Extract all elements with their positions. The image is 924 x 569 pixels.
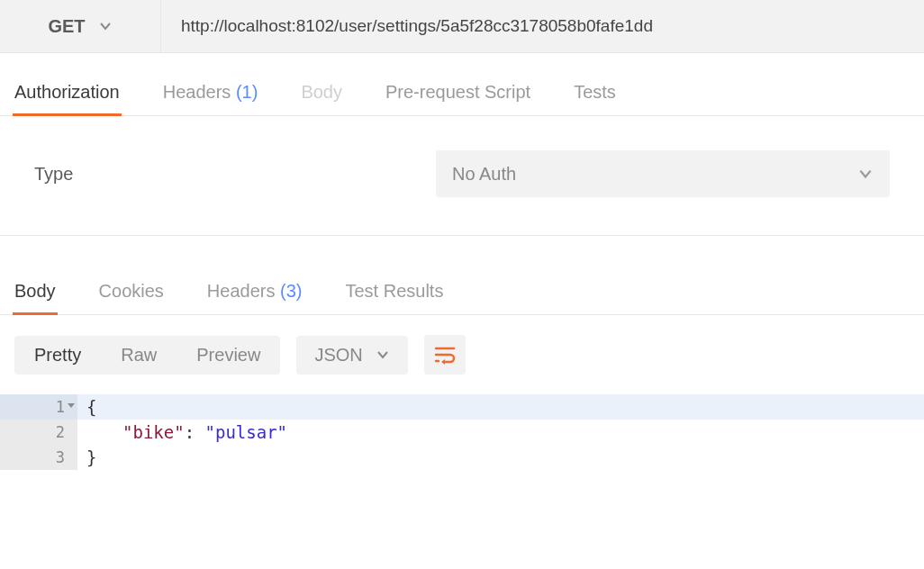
tab-tests-label: Tests [574, 82, 616, 102]
chevron-down-icon [98, 19, 113, 33]
response-language-select[interactable]: JSON [296, 336, 407, 375]
tab-authorization[interactable]: Authorization [14, 82, 120, 115]
editor-line: 3 } [0, 445, 924, 470]
tab-request-headers[interactable]: Headers (1) [163, 82, 258, 115]
tab-authorization-label: Authorization [14, 82, 120, 102]
response-language-label: JSON [314, 345, 362, 366]
tab-request-body[interactable]: Body [301, 82, 342, 115]
tab-response-headers[interactable]: Headers (3) [207, 281, 303, 314]
tab-cookies-label: Cookies [99, 281, 164, 301]
view-mode-pretty[interactable]: Pretty [14, 336, 101, 375]
view-mode-preview[interactable]: Preview [177, 336, 280, 375]
response-headers-count: (3) [280, 281, 302, 301]
editor-line: 1 { [0, 394, 924, 420]
json-string: "pulsar" [205, 422, 288, 442]
wrap-lines-icon [434, 345, 456, 365]
view-mode-raw[interactable]: Raw [101, 336, 177, 375]
http-method-select[interactable]: GET [0, 0, 161, 52]
auth-type-selected: No Auth [452, 164, 516, 185]
http-method-label: GET [48, 16, 85, 37]
tab-prerequest-script[interactable]: Pre-request Script [385, 82, 530, 115]
editor-line: 2 "bike": "pulsar" [0, 420, 924, 445]
tab-response-headers-label: Headers [207, 281, 276, 301]
json-key: "bike" [122, 422, 185, 442]
tab-test-results[interactable]: Test Results [345, 281, 443, 314]
request-url-input[interactable] [161, 0, 924, 52]
chevron-down-icon [857, 166, 874, 182]
tab-cookies[interactable]: Cookies [99, 281, 164, 314]
auth-type-select[interactable]: No Auth [436, 150, 890, 197]
fold-icon[interactable] [67, 402, 76, 411]
tab-response-body-label: Body [14, 281, 56, 301]
json-brace: } [86, 447, 96, 467]
response-editor[interactable]: 1 { 2 "bike": "pulsar" 3 } [0, 394, 924, 481]
line-number: 3 [0, 445, 77, 470]
toggle-wrap-button[interactable] [424, 335, 466, 375]
line-number: 1 [0, 394, 77, 420]
line-number: 2 [0, 420, 77, 445]
tab-prerequest-label: Pre-request Script [385, 82, 530, 102]
chevron-down-icon [376, 348, 390, 362]
json-sep: : [185, 422, 205, 442]
tab-test-results-label: Test Results [345, 281, 443, 301]
tab-request-body-label: Body [301, 82, 342, 102]
auth-type-label: Type [34, 164, 436, 185]
request-headers-count: (1) [236, 82, 258, 102]
json-brace: { [86, 397, 96, 417]
view-mode-segmented: Pretty Raw Preview [14, 336, 280, 375]
tab-request-headers-label: Headers [163, 82, 231, 102]
tab-response-body[interactable]: Body [14, 281, 56, 314]
tab-tests[interactable]: Tests [574, 82, 616, 115]
